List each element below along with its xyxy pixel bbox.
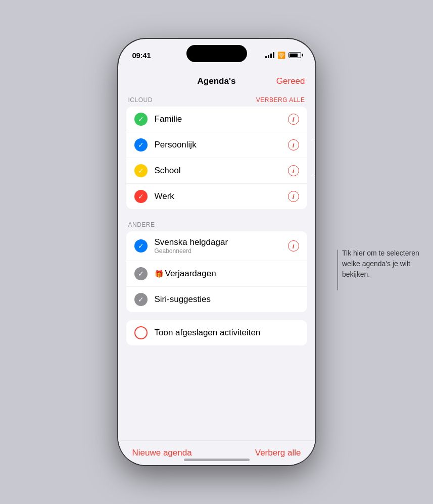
- sheet-body: ICLOUD VERBERG ALLE ✓ Familie i: [118, 92, 315, 440]
- checkmark-icon: ✓: [138, 167, 144, 175]
- checkmark-icon: ✓: [138, 115, 144, 123]
- andere-section: ANDERE ✓ Svenska helgdagar Geabonneerd: [126, 217, 307, 312]
- info-icon-persoonlijk[interactable]: i: [288, 139, 299, 150]
- calendar-dot-verjaardagen: ✓: [134, 267, 148, 280]
- checkmark-icon: ✓: [138, 192, 144, 200]
- info-icon-familie[interactable]: i: [288, 114, 299, 125]
- list-item[interactable]: ✓ Werk i: [126, 184, 307, 209]
- andere-section-label: ANDERE: [128, 221, 155, 228]
- declined-label: Toon afgeslagen activiteiten: [155, 328, 299, 338]
- calendar-name-school: School: [155, 166, 288, 176]
- declined-card: Toon afgeslagen activiteiten: [126, 320, 307, 345]
- signal-icon: [265, 52, 274, 58]
- declined-circle: [134, 326, 148, 339]
- calendar-dot-werk: ✓: [134, 190, 148, 203]
- hide-all-button[interactable]: Verberg alle: [255, 448, 301, 458]
- calendar-name-verjaardagen: 🎁Verjaardagen: [155, 269, 299, 279]
- calendar-subtitle-svenska: Geabonneerd: [155, 247, 288, 255]
- sheet-header: Agenda's Gereed: [118, 68, 315, 92]
- calendar-name-werk: Werk: [155, 191, 288, 201]
- list-item[interactable]: Toon afgeslagen activiteiten: [126, 320, 307, 345]
- list-item[interactable]: ✓ Svenska helgdagar Geabonneerd i: [126, 231, 307, 261]
- checkmark-icon: ✓: [138, 141, 144, 149]
- info-icon-werk[interactable]: i: [288, 191, 299, 202]
- list-item[interactable]: ✓ School i: [126, 158, 307, 184]
- bottom-bar: Nieuwe agenda Verberg alle: [118, 440, 315, 465]
- status-icons: 🛜: [265, 52, 301, 59]
- calendar-dot-school: ✓: [134, 164, 148, 177]
- annotation-line: [338, 250, 338, 290]
- svenska-name-wrap: Svenska helgdagar Geabonneerd: [155, 237, 288, 255]
- home-indicator: [184, 459, 250, 461]
- phone-shell: 09:41 🛜 Agenda's Gereed: [118, 39, 315, 465]
- list-item[interactable]: ✓ Persoonlijk i: [126, 132, 307, 158]
- list-item[interactable]: ✓ Familie i: [126, 107, 307, 132]
- icloud-section-label: ICLOUD: [128, 96, 153, 104]
- calendar-dot-persoonlijk: ✓: [134, 138, 148, 152]
- calendar-sheet: Agenda's Gereed ICLOUD VERBERG ALLE: [118, 68, 315, 465]
- andere-card: ✓ Svenska helgdagar Geabonneerd i: [126, 231, 307, 312]
- battery-icon: [288, 52, 301, 58]
- calendar-name-siri: Siri-suggesties: [155, 294, 299, 305]
- icloud-card: ✓ Familie i ✓ Persoonlijk: [126, 107, 307, 209]
- annotation: Tik hier om te selecteren welke agenda's…: [338, 248, 423, 290]
- done-button[interactable]: Gereed: [276, 76, 305, 86]
- status-time: 09:41: [132, 51, 151, 60]
- gift-icon: 🎁: [155, 270, 163, 278]
- calendar-dot-siri: ✓: [134, 293, 148, 306]
- list-item[interactable]: ✓ Siri-suggesties: [126, 287, 307, 312]
- sheet-title: Agenda's: [198, 76, 236, 86]
- info-icon-school[interactable]: i: [288, 165, 299, 176]
- calendar-name-familie: Familie: [155, 114, 288, 124]
- calendar-dot-familie: ✓: [134, 113, 148, 126]
- calendar-name-svenska: Svenska helgdagar: [155, 237, 288, 247]
- phone-screen: 09:41 🛜 Agenda's Gereed: [118, 39, 315, 465]
- new-agenda-button[interactable]: Nieuwe agenda: [132, 448, 192, 458]
- list-item[interactable]: ✓ 🎁Verjaardagen: [126, 261, 307, 287]
- info-icon-svenska[interactable]: i: [288, 240, 299, 251]
- side-button: [315, 140, 315, 175]
- checkmark-icon: ✓: [138, 242, 144, 250]
- dynamic-island: [186, 45, 247, 62]
- checkmark-icon: ✓: [138, 295, 144, 304]
- icloud-section: ICLOUD VERBERG ALLE ✓ Familie i: [126, 92, 307, 209]
- main-content: Agenda's Gereed ICLOUD VERBERG ALLE: [118, 64, 315, 465]
- icloud-hide-all[interactable]: VERBERG ALLE: [256, 96, 305, 104]
- andere-section-header: ANDERE: [126, 217, 307, 231]
- annotation-text: Tik hier om te selecteren welke agenda's…: [342, 248, 423, 280]
- checkmark-icon: ✓: [138, 270, 144, 278]
- icloud-section-header: ICLOUD VERBERG ALLE: [126, 92, 307, 107]
- calendar-name-persoonlijk: Persoonlijk: [155, 140, 288, 150]
- calendar-dot-svenska: ✓: [134, 239, 148, 253]
- declined-section: Toon afgeslagen activiteiten: [126, 320, 307, 345]
- wifi-icon: 🛜: [277, 52, 285, 59]
